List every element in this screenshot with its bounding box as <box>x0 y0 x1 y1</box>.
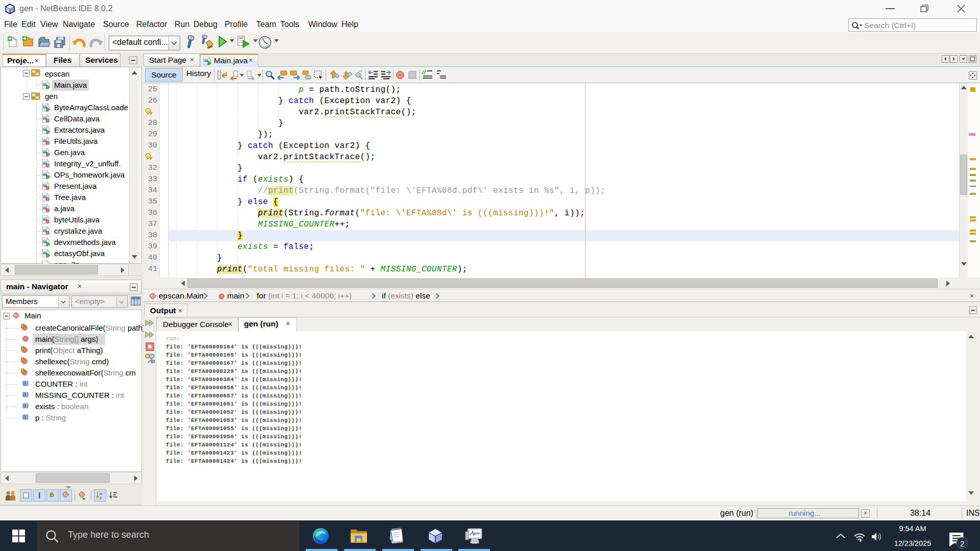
svg-text:z: z <box>100 495 102 500</box>
svg-text://: // <box>422 69 426 76</box>
svg-text:2: 2 <box>960 539 964 548</box>
